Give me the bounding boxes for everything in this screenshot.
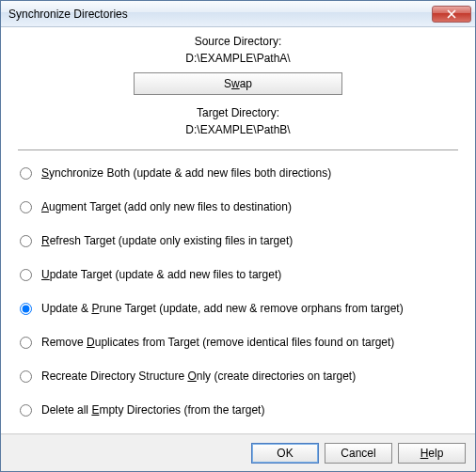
sync-option-radio-6[interactable] (20, 370, 32, 383)
sync-option-label-3: Update Target (update & add new files to… (41, 268, 281, 281)
options-group: Synchronize Both (update & add new files… (18, 156, 458, 433)
swap-row: Swap (18, 72, 458, 95)
sync-option-5[interactable]: Remove Duplicates from Target (remove id… (18, 336, 458, 349)
sync-option-2[interactable]: Refresh Target (update only existing fil… (18, 234, 458, 247)
source-section: Source Directory: D:\EXAMPLE\PathA\ (18, 33, 458, 65)
sync-option-radio-5[interactable] (20, 337, 32, 349)
sync-option-1[interactable]: Augment Target (add only new files to de… (18, 200, 458, 213)
sync-option-label-0: Synchronize Both (update & add new files… (41, 166, 331, 180)
sync-option-label-4: Update & Prune Target (update, add new &… (41, 302, 404, 315)
sync-option-6[interactable]: Recreate Directory Structure Only (creat… (18, 370, 458, 383)
sync-option-7[interactable]: Delete all Empty Directories (from the t… (18, 403, 458, 417)
source-label: Source Directory: (18, 35, 458, 48)
sync-option-radio-4[interactable] (20, 303, 32, 315)
divider (18, 149, 458, 150)
close-icon (447, 9, 456, 19)
swap-button[interactable]: Swap (134, 72, 342, 95)
sync-option-label-7: Delete all Empty Directories (from the t… (41, 403, 264, 417)
source-path: D:\EXAMPLE\PathA\ (18, 52, 458, 65)
titlebar: Synchronize Directories (1, 1, 475, 27)
sync-option-4[interactable]: Update & Prune Target (update, add new &… (18, 302, 458, 315)
sync-option-radio-7[interactable] (20, 404, 32, 417)
dialog-content: Source Directory: D:\EXAMPLE\PathA\ Swap… (1, 27, 475, 433)
dialog-window: Synchronize Directories Source Directory… (0, 0, 476, 472)
sync-option-radio-3[interactable] (20, 269, 32, 281)
help-button[interactable]: Help (398, 443, 466, 464)
sync-option-label-6: Recreate Directory Structure Only (creat… (41, 370, 356, 383)
target-label: Target Directory: (18, 106, 458, 119)
target-section: Target Directory: D:\EXAMPLE\PathB\ (18, 104, 458, 136)
close-button[interactable] (432, 6, 471, 23)
sync-option-radio-0[interactable] (20, 167, 32, 180)
target-path: D:\EXAMPLE\PathB\ (18, 123, 458, 136)
cancel-button[interactable]: Cancel (325, 443, 392, 464)
sync-option-radio-1[interactable] (20, 201, 32, 213)
sync-option-3[interactable]: Update Target (update & add new files to… (18, 268, 458, 281)
sync-option-0[interactable]: Synchronize Both (update & add new files… (18, 166, 458, 180)
sync-option-label-5: Remove Duplicates from Target (remove id… (41, 336, 394, 349)
window-title: Synchronize Directories (8, 8, 432, 21)
sync-option-radio-2[interactable] (20, 235, 32, 247)
dialog-footer: OK Cancel Help (1, 433, 475, 471)
ok-button[interactable]: OK (251, 443, 319, 464)
sync-option-label-2: Refresh Target (update only existing fil… (41, 234, 293, 247)
sync-option-label-1: Augment Target (add only new files to de… (41, 200, 292, 213)
